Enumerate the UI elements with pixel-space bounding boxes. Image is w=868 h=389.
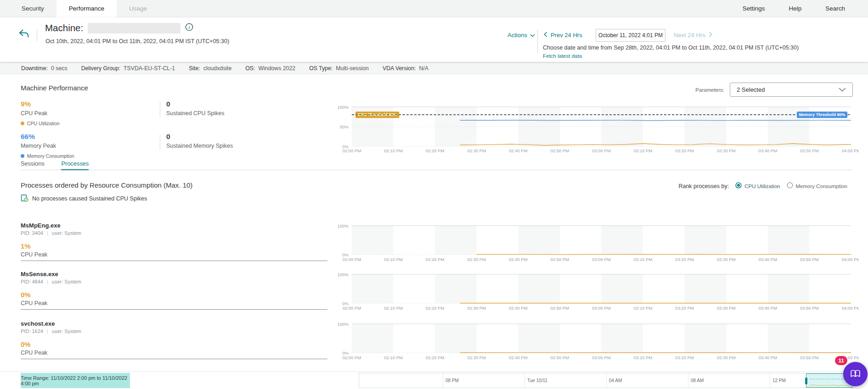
svg-text:03:40 PM: 03:40 PM bbox=[758, 355, 777, 360]
timeline-gridline bbox=[606, 373, 607, 388]
svg-text:02:10 PM: 02:10 PM bbox=[384, 355, 403, 360]
back-arrow-icon bbox=[18, 33, 29, 40]
chevron-left-icon bbox=[544, 32, 547, 39]
process-name: svchost.exe bbox=[21, 320, 55, 327]
memory-legend-label: Memory Consumption bbox=[27, 153, 74, 159]
svg-text:03:00 PM: 03:00 PM bbox=[592, 257, 611, 262]
tab-performance[interactable]: Performance bbox=[56, 0, 117, 17]
svg-text:03:00 PM: 03:00 PM bbox=[592, 148, 611, 153]
svg-text:03:30 PM: 03:30 PM bbox=[717, 355, 736, 360]
tab-sessions[interactable]: Sessions bbox=[21, 160, 45, 169]
svg-text:03:10 PM: 03:10 PM bbox=[634, 257, 653, 262]
svg-text:100%: 100% bbox=[338, 322, 349, 327]
detail-tabs: Sessions Processes bbox=[21, 159, 852, 170]
radio-cpu-utilization[interactable]: CPU Utilization bbox=[735, 182, 780, 190]
sustained-memory-spikes-value: 0 bbox=[166, 133, 170, 141]
svg-text:02:20 PM: 02:20 PM bbox=[426, 257, 445, 262]
nav-search[interactable]: Search bbox=[825, 0, 845, 17]
timeline-track[interactable]: 08 PM Tue 10/11 04 AM 08 AM 12 PM bbox=[359, 373, 854, 388]
timeline-footer: Time Range: 11/10/2022 2:00 pm to 11/10/… bbox=[0, 372, 868, 389]
cpu-utilization-legend: CPU Utilization bbox=[21, 121, 60, 126]
guide-widget-button[interactable] bbox=[843, 362, 868, 386]
radio-unselected-icon bbox=[787, 182, 793, 190]
time-range-tooltip: Time Range: 11/10/2022 2:00 pm to 11/10/… bbox=[21, 373, 130, 388]
svg-text:03:40 PM: 03:40 PM bbox=[758, 148, 777, 153]
memory-legend-dot-icon bbox=[21, 154, 24, 158]
date-range-subtitle: Oct 10th, 2022, 04:01 PM to Oct 11th, 20… bbox=[45, 38, 229, 44]
svg-text:03:10 PM: 03:10 PM bbox=[634, 355, 653, 360]
memory-peak-label: Memory Peak bbox=[21, 143, 56, 149]
radio-memory-consumption[interactable]: Memory Consumption bbox=[787, 182, 847, 190]
svg-text:02:30 PM: 02:30 PM bbox=[467, 355, 486, 360]
process-chart-mssense: 0%100%02:00 PM02:10 PM02:20 PM02:30 PM02… bbox=[331, 269, 859, 315]
info-icon[interactable]: i bbox=[185, 23, 193, 33]
cpu-peak-label: CPU Peak bbox=[21, 110, 47, 117]
actions-menu[interactable]: Actions bbox=[507, 32, 535, 39]
svg-text:03:50 PM: 03:50 PM bbox=[800, 355, 819, 360]
chevron-right-icon bbox=[709, 32, 712, 39]
divider bbox=[21, 261, 327, 261]
svg-text:03:50 PM: 03:50 PM bbox=[800, 148, 819, 153]
timeline-label: 08 PM bbox=[445, 373, 459, 388]
divider bbox=[21, 359, 327, 359]
process-chart-svchost: 0%100%02:00 PM02:10 PM02:20 PM02:30 PM02… bbox=[331, 318, 859, 365]
svg-text:i: i bbox=[189, 24, 190, 30]
svg-text:02:40 PM: 02:40 PM bbox=[509, 148, 528, 153]
process-peak-label: CPU Peak bbox=[21, 251, 47, 258]
timeline-gridline bbox=[524, 373, 525, 388]
cpu-legend-label: CPU Utilization bbox=[27, 121, 60, 126]
svg-text:02:40 PM: 02:40 PM bbox=[509, 355, 528, 360]
svg-text:02:10 PM: 02:10 PM bbox=[384, 306, 403, 311]
back-button[interactable] bbox=[18, 28, 29, 40]
actions-label: Actions bbox=[507, 32, 527, 39]
tab-security[interactable]: Security bbox=[9, 0, 56, 17]
svg-text:03:20 PM: 03:20 PM bbox=[675, 257, 694, 262]
nav-help[interactable]: Help bbox=[789, 0, 801, 17]
fetch-latest-data-link[interactable]: Fetch latest data bbox=[543, 53, 582, 59]
svg-text:03:30 PM: 03:30 PM bbox=[717, 148, 736, 153]
radio-cpu-label: CPU Utilization bbox=[744, 183, 780, 189]
timeline-gridline bbox=[688, 373, 688, 388]
brush-left-handle[interactable] bbox=[805, 378, 807, 384]
divider bbox=[537, 29, 538, 52]
svg-text:03:00 PM: 03:00 PM bbox=[592, 355, 611, 360]
tab-usage[interactable]: Usage bbox=[117, 0, 159, 17]
info-field-os-type: OS Type:Multi-session bbox=[309, 65, 369, 72]
nav-settings[interactable]: Settings bbox=[743, 0, 765, 17]
process-name: MsMpEng.exe bbox=[21, 222, 61, 229]
machine-performance-chart: 0%50%100%02:00 PM02:10 PM02:20 PM02:30 P… bbox=[331, 104, 859, 158]
svg-text:04:00 PM: 04:00 PM bbox=[842, 148, 859, 153]
date-time-input[interactable]: October 11, 2022 4:01 PM bbox=[596, 29, 665, 42]
brush-preview bbox=[806, 381, 852, 389]
svg-text:03:50 PM: 03:50 PM bbox=[800, 306, 819, 311]
machine-name-redacted bbox=[88, 23, 180, 33]
svg-text:100%: 100% bbox=[338, 105, 349, 110]
sustained-memory-spikes-label: Sustained Memory Spikes bbox=[166, 143, 233, 149]
svg-text:02:20 PM: 02:20 PM bbox=[426, 355, 445, 360]
no-spikes-message: No processes caused Sustained CPU Spikes bbox=[21, 194, 147, 203]
next-24-hrs-button[interactable]: Next 24 Hrs bbox=[674, 32, 712, 39]
svg-text:02:20 PM: 02:20 PM bbox=[426, 306, 445, 311]
svg-text:02:20 PM: 02:20 PM bbox=[426, 148, 445, 153]
no-spikes-text: No processes caused Sustained CPU Spikes bbox=[32, 195, 147, 202]
header-controls: Actions Prev 24 Hrs October 11, 2022 4:0… bbox=[505, 17, 868, 62]
guide-book-icon bbox=[849, 367, 862, 381]
info-field-site: Site:cloudxdsite bbox=[189, 65, 231, 72]
svg-text:0%: 0% bbox=[342, 350, 349, 356]
svg-text:02:30 PM: 02:30 PM bbox=[467, 306, 486, 311]
timeline-gridline bbox=[770, 373, 770, 388]
svg-text:03:10 PM: 03:10 PM bbox=[634, 148, 653, 153]
processes-section-title: Processes ordered by Resource Consumptio… bbox=[21, 181, 192, 189]
memory-consumption-legend: Memory Consumption bbox=[21, 153, 74, 159]
sustained-cpu-spikes-value: 0 bbox=[166, 100, 170, 108]
section-title-machine-performance: Machine Performance bbox=[21, 84, 88, 92]
top-nav-right: Settings Help Search bbox=[743, 0, 845, 17]
sustained-cpu-spikes-label: Sustained CPU Spikes bbox=[166, 110, 224, 117]
svg-text:02:00 PM: 02:00 PM bbox=[343, 306, 361, 311]
timeline-label: 08 AM bbox=[691, 373, 704, 388]
prev-24-hrs-button[interactable]: Prev 24 Hrs bbox=[544, 32, 582, 39]
process-meta: PID: 4844|user: System bbox=[21, 279, 81, 284]
tab-processes[interactable]: Processes bbox=[61, 160, 89, 170]
parameters-select[interactable]: 2 Selected bbox=[730, 83, 853, 97]
svg-text:02:40 PM: 02:40 PM bbox=[509, 257, 528, 262]
